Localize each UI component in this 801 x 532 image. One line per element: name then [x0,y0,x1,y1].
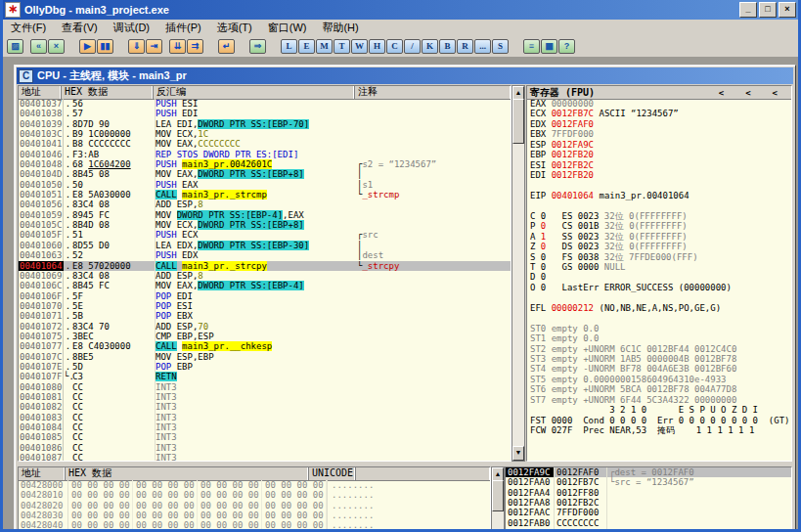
scroll-thumb[interactable] [512,99,524,144]
disasm-row[interactable]: 0040103C.B9 1C000000MOV ECX,1C [19,129,511,139]
view-source-button[interactable]: S [492,39,509,54]
maximize-button[interactable]: □ [759,2,777,18]
disasm-row[interactable]: 00401059.8945 FCMOV DWORD PTR SS:[EBP-4]… [19,210,511,220]
view-handles-button[interactable]: H [369,39,385,54]
register-line[interactable] [527,313,791,323]
register-line[interactable]: EBP 0012FB20 [527,150,791,159]
disasm-row[interactable]: 00401050.50PUSH EAX│s1 [19,180,511,190]
disasm-row[interactable]: 0040105C.8B4D 08MOV ECX,DWORD PTR SS:[EB… [19,220,511,230]
cpu-titlebar[interactable]: C CPU - 主线程, 模块 - main3_pr [17,67,793,84]
disasm-row[interactable]: 00401087CCINT3 [19,453,511,461]
run-icon[interactable]: ▶ [79,39,96,54]
stack-row[interactable]: 0012FAB0CCCCCCCC [506,518,791,528]
registers-collapse-button[interactable]: < [773,88,778,98]
disasm-row[interactable]: 0040107C.8BE5MOV ESP,EBP [19,352,511,362]
view-log-button[interactable]: L [281,39,297,54]
register-line[interactable]: EIP 00401064 main3_pr.00401064 [527,191,791,200]
register-line[interactable]: T 0 GS 0000 NULL [527,262,791,272]
disasm-row[interactable]: 00401041.B8 CCCCCCCCMOV EAX,CCCCCCCC [19,139,511,149]
register-line[interactable]: ST2 empty +UNORM 6C1C 0012BF44 0012C4C0 [527,344,791,354]
register-line[interactable] [527,181,791,191]
scroll-down-icon[interactable]: ▼ [512,446,524,461]
disasm-row[interactable]: 00401060.8D55 D0LEA EDX,DWORD PTR SS:[EB… [19,241,511,250]
disasm-row[interactable]: 00401072.83C4 70ADD ESP,70 [19,322,511,332]
dump-col-address[interactable]: 地址 [19,467,66,480]
stack-row[interactable]: 0012FAA00012FB7C└src = “1234567” [506,477,791,487]
disasm-row[interactable]: 00401070.5EPOP ESI [19,301,511,311]
menu-item[interactable]: 帮助(H) [314,19,366,37]
register-line[interactable]: 3 2 1 0 E S P U O Z D I [527,405,791,415]
appearance-icon[interactable]: ▦ [541,39,557,54]
disasm-row[interactable]: 00401064.E8 57020000CALL main3_pr._strcp… [19,261,511,271]
view-windows-button[interactable]: W [351,39,368,54]
disasm-row[interactable]: 00401037.56PUSH ESI [19,99,511,109]
register-line[interactable]: EDI 0012FB20 [527,170,791,180]
register-line[interactable]: EAX 00000000 [527,99,791,109]
disasm-row[interactable]: 00401080CCINT3 [19,382,511,392]
minimize-button[interactable]: _ [739,2,757,18]
disasm-row[interactable]: 00401056.83C4 08ADD ESP,8 [19,200,511,209]
col-disassembly[interactable]: 反汇编 [154,86,355,99]
register-line[interactable]: S 0 FS 0038 32位 7FFDE000(FFF) [527,252,791,262]
register-line[interactable]: C 0 ES 0023 32位 0(FFFFFFFF) [527,211,791,221]
register-line[interactable]: EDX 0012FAF0 [527,119,791,129]
dump-row[interactable]: 0042803000 00 00 0000 00 00 0000 00 00 0… [19,510,490,520]
disasm-row[interactable]: 0040106F.5FPOP EDI [19,291,511,301]
col-address[interactable]: 地址 [19,86,62,99]
pause-icon[interactable]: ▮▮ [97,39,113,54]
registers-collapse-button[interactable]: < [719,88,724,98]
dump-scrollbar[interactable]: ▲ [491,466,505,529]
register-line[interactable]: O 0 LastErr ERROR_SUCCESS (00000000) [527,283,791,292]
disasm-row[interactable]: 00401063.52PUSH EDX│dest [19,250,511,260]
register-line[interactable]: EBX 7FFDF000 [527,129,791,139]
disasm-row[interactable]: 00401038.57PUSH EDI [19,109,511,118]
disasm-scrollbar[interactable]: ▲ ▼ [512,85,525,462]
stack-row[interactable]: 0012FA9C0012FAF0┌dest = 0012FAF0 [506,467,791,477]
view-breakpoints-button[interactable]: B [439,39,456,54]
stack-row[interactable]: 0012FAB4CCCCCCCC [506,528,791,529]
register-line[interactable]: P 0 CS 001B 32位 0(FFFFFFFF) [527,221,791,231]
step-over-icon[interactable]: ⇥ [146,39,162,54]
register-line[interactable]: ECX 0012FB7C ASCII “1234567” [527,109,791,118]
register-line[interactable]: ST1 empty 0.0 [527,333,791,343]
view-threads-button[interactable]: T [334,39,350,54]
register-line[interactable]: FST 0000 Cond 0 0 0 0 Err 0 0 0 0 0 0 0 … [527,416,791,425]
menu-item[interactable]: 插件(P) [157,19,209,37]
registers-collapse-button[interactable]: < [745,88,750,98]
register-line[interactable]: FCW 027F Prec NEAR,53 掩码 1 1 1 1 1 1 [527,425,791,435]
view-patches-button[interactable]: / [404,39,421,54]
close-button[interactable]: × [779,2,796,18]
close-process-icon[interactable]: × [48,39,65,54]
disasm-row[interactable]: 00401075.3BECCMP EBP,ESP [19,332,511,341]
disasm-row[interactable]: 00401083CCINT3 [19,413,511,422]
disasm-row[interactable]: 0040104D.8B45 08MOV EAX,DWORD PTR SS:[EB… [19,169,511,179]
disasm-row[interactable]: 00401069.83C4 08ADD ESP,8 [19,271,511,281]
menu-item[interactable]: 选项(T) [209,19,260,37]
stack-row[interactable]: 0012FAA40012FF80 [506,488,791,498]
menu-item[interactable]: 窗口(W) [260,19,315,37]
disasm-row[interactable]: 0040106C.8B45 FCMOV EAX,DWORD PTR SS:[EB… [19,281,511,290]
register-line[interactable]: ST3 empty +UNORM 1AB5 0000004B 0012BF78 [527,354,791,364]
disasm-row[interactable]: 0040107F└.C3RETN [19,372,511,381]
disasm-row[interactable]: 00401039.8D7D 90LEA EDI,DWORD PTR SS:[EB… [19,119,511,129]
disasm-row[interactable]: 00401077.E8 C4030000CALL main3_pr.__chke… [19,341,511,351]
register-line[interactable]: ST6 empty +UNORM 5BCA 0012BF78 004A77D8 [527,384,791,394]
disasm-row[interactable]: 00401085CCINT3 [19,432,511,442]
register-line[interactable]: ST0 empty 0.0 [527,324,791,333]
trace-into-icon[interactable]: ⇊ [169,39,186,54]
disasm-row[interactable]: 00401084CCINT3 [19,422,511,432]
windows-list-icon[interactable]: ≡ [523,39,540,54]
register-line[interactable]: D 0 [527,272,791,282]
stack-row[interactable]: 0012FAA80012FB2C [506,498,791,508]
dump-row[interactable]: 0042800000 00 00 0000 00 00 0000 00 00 0… [19,480,490,490]
disasm-row[interactable]: 00401048.68 1C604200PUSH main3_pr.004260… [19,159,511,169]
disasm-row[interactable]: 0040105F.51PUSH ECX┌src [19,230,511,240]
view-cpu-button[interactable]: C [386,39,403,54]
open-file-icon[interactable]: ▨ [7,39,23,54]
view-run-trace-button[interactable]: ... [474,39,491,54]
view-references-button[interactable]: R [457,39,473,54]
step-into-icon[interactable]: ⇓ [128,39,145,54]
register-line[interactable]: ESI 0012FB2C [527,160,791,170]
register-line[interactable] [527,292,791,302]
scroll-thumb[interactable] [492,480,504,511]
